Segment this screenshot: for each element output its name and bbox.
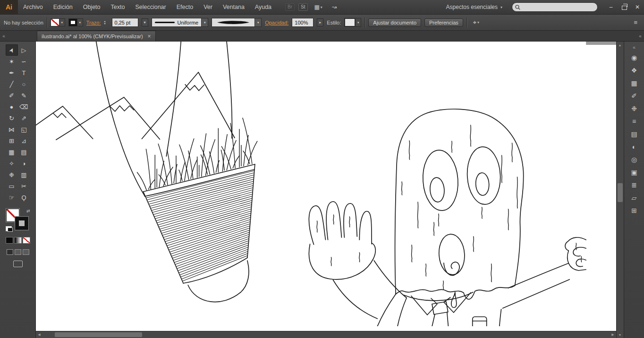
stroke-swatch[interactable]: [15, 217, 28, 230]
vertical-scroll-thumb[interactable]: [618, 183, 623, 202]
menu-efecto[interactable]: Efecto: [171, 0, 198, 14]
hand-tool[interactable]: ☞: [6, 192, 18, 203]
blob-brush-tool[interactable]: ●: [6, 101, 18, 112]
scroll-right-button[interactable]: ▶: [610, 331, 616, 338]
style-dropdown[interactable]: ▾: [344, 18, 361, 27]
blend-tool[interactable]: ◑: [18, 158, 30, 169]
share-button[interactable]: ↝: [329, 3, 339, 11]
menu-objeto[interactable]: Objeto: [78, 0, 106, 14]
stroke-color-dropdown[interactable]: ▾: [68, 18, 83, 26]
vertical-scrollbar[interactable]: ▲ ▼: [616, 42, 624, 338]
color-guide-panel[interactable]: ❖: [627, 64, 641, 76]
mesh-tool[interactable]: ▦: [6, 146, 18, 158]
scroll-up-button[interactable]: ▲: [617, 42, 623, 48]
links-panel[interactable]: ⊞: [627, 204, 641, 217]
canvas[interactable]: ◀ ▶: [36, 42, 616, 338]
stepper-down-icon[interactable]: ▾: [104, 23, 109, 25]
minimize-button[interactable]: –: [604, 0, 618, 14]
stroke-profile-dropdown[interactable]: Uniforme ▾: [152, 18, 209, 27]
magic-wand-tool[interactable]: ✶: [6, 56, 18, 67]
search-input[interactable]: [522, 4, 594, 10]
menu-ayuda[interactable]: Ayuda: [250, 0, 277, 14]
lasso-tool[interactable]: ∽: [18, 56, 30, 67]
horizontal-scroll-thumb[interactable]: [55, 332, 142, 337]
line-segment-tool[interactable]: ╱: [6, 78, 18, 90]
color-button[interactable]: [6, 237, 13, 244]
slice-tool[interactable]: ✂: [18, 180, 30, 192]
width-tool[interactable]: ⋈: [6, 124, 18, 135]
free-transform-tool[interactable]: ◱: [18, 124, 30, 135]
type-tool[interactable]: T: [18, 67, 30, 78]
expand-panels-button[interactable]: «: [630, 43, 638, 51]
stroke-panel[interactable]: ≡: [627, 115, 641, 127]
stroke-weight-field[interactable]: 0,25 pt: [112, 18, 138, 27]
appearance-panel[interactable]: ◎: [627, 153, 641, 166]
menu-ventana[interactable]: Ventana: [218, 0, 250, 14]
restore-button[interactable]: [618, 0, 631, 14]
none-button[interactable]: [23, 237, 30, 244]
menu-archivo[interactable]: Archivo: [18, 0, 48, 14]
bridge-button[interactable]: Br: [285, 3, 295, 11]
toolbar-collapse-button[interactable]: «: [0, 31, 8, 41]
draw-normal-button[interactable]: [7, 249, 13, 255]
default-fill-stroke-icon[interactable]: [6, 226, 12, 231]
opacity-panel-link[interactable]: Opacidad:: [265, 20, 288, 25]
arrange-documents-button[interactable]: ▦ ▾: [312, 3, 325, 11]
opacity-field[interactable]: 100%: [292, 18, 314, 27]
eraser-tool[interactable]: ⌫: [18, 101, 30, 112]
ellipse-tool[interactable]: ○: [18, 78, 30, 90]
menu-ver[interactable]: Ver: [198, 0, 218, 14]
stroke-panel-link[interactable]: Trazo:: [86, 20, 101, 25]
screen-mode-button[interactable]: [13, 261, 23, 267]
horizontal-scrollbar[interactable]: ◀ ▶: [36, 331, 616, 338]
symbols-panel[interactable]: ❉: [627, 102, 641, 115]
fill-color-dropdown[interactable]: ▾: [51, 18, 65, 26]
scale-tool[interactable]: ⇗: [18, 112, 30, 124]
document-tab[interactable]: ilustrando.ai* al 100% (CMYK/Previsualiz…: [37, 31, 156, 41]
artboard-tool[interactable]: ▭: [6, 180, 18, 192]
perspective-grid-tool[interactable]: ⊿: [18, 135, 30, 146]
menu-seleccionar[interactable]: Seleccionar: [130, 0, 171, 14]
tab-close-button[interactable]: ×: [148, 33, 151, 40]
draw-behind-button[interactable]: [15, 249, 21, 255]
symbol-sprayer-tool[interactable]: ❉: [6, 169, 18, 180]
eyedropper-tool[interactable]: ✧: [6, 158, 18, 169]
swap-fill-stroke-icon[interactable]: ⇄: [26, 209, 30, 213]
layers-panel[interactable]: ≣: [627, 178, 641, 191]
color-panel[interactable]: ◉: [627, 51, 641, 64]
direct-selection-tool[interactable]: ▷: [18, 44, 30, 56]
stroke-weight-dropdown[interactable]: ▾: [142, 18, 148, 26]
column-graph-tool[interactable]: ▥: [18, 169, 30, 180]
brush-definition-dropdown[interactable]: ▾: [212, 18, 262, 27]
pen-tool[interactable]: ✒: [6, 67, 18, 78]
opacity-menu-button[interactable]: ▸: [317, 18, 323, 26]
paintbrush-tool[interactable]: ✐: [6, 90, 18, 101]
pencil-tool[interactable]: ✎: [18, 90, 30, 101]
scroll-down-button[interactable]: ▼: [617, 331, 623, 338]
fit-document-button[interactable]: Ajustar documento: [368, 18, 421, 27]
rotate-tool[interactable]: ↻: [6, 112, 18, 124]
menu-edicion[interactable]: Edición: [48, 0, 78, 14]
scroll-left-button[interactable]: ◀: [36, 331, 42, 338]
gradient-panel[interactable]: ▤: [627, 127, 641, 140]
preferences-button[interactable]: Preferencias: [424, 18, 463, 27]
swatches-panel[interactable]: ▦: [627, 76, 641, 89]
brushes-panel[interactable]: ✐: [627, 89, 641, 102]
select-similar-button[interactable]: ⌖ ▾: [470, 18, 482, 27]
shape-builder-tool[interactable]: ⊞: [6, 135, 18, 146]
stroke-weight-stepper[interactable]: ▴ ▾: [104, 20, 109, 25]
workspace-switcher[interactable]: Aspectos esenciales ▾: [443, 3, 505, 11]
transparency-panel[interactable]: ◐: [627, 140, 641, 153]
control-panel-menu-button[interactable]: ≡: [631, 18, 640, 26]
panels-collapse-button[interactable]: «: [636, 31, 644, 41]
graphic-styles-panel[interactable]: ▣: [627, 166, 641, 178]
zoom-tool[interactable]: Ϙ: [18, 192, 30, 203]
gradient-button[interactable]: [14, 237, 22, 244]
selection-tool[interactable]: ➤: [6, 44, 18, 56]
draw-inside-button[interactable]: [23, 249, 29, 255]
menu-texto[interactable]: Texto: [106, 0, 130, 14]
artboards-panel[interactable]: ▱: [627, 191, 641, 204]
close-button[interactable]: ✕: [631, 0, 644, 14]
stock-button[interactable]: St: [298, 3, 307, 11]
gradient-tool[interactable]: ▤: [18, 146, 30, 158]
